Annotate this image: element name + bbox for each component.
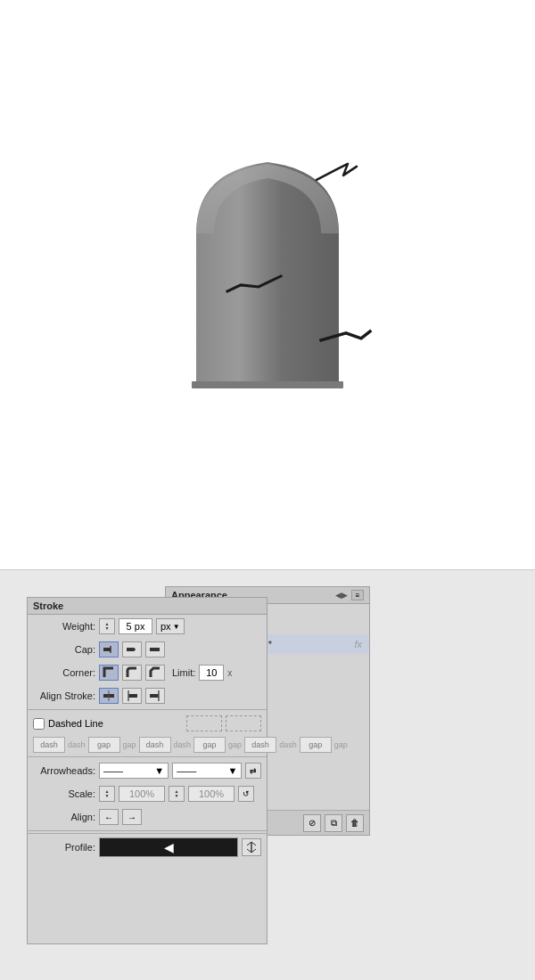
align-center-btn[interactable] [99,688,119,704]
arrowhead-end-value: —— [177,765,196,776]
fx-label[interactable]: fx [354,639,362,649]
no-icon-btn[interactable]: ⊘ [303,814,321,832]
scale2-spinner[interactable]: ▲ ▼ [169,786,185,802]
canvas-area [0,0,535,570]
cap-round-btn[interactable] [122,641,142,657]
limit-input[interactable] [199,665,224,681]
limit-x-icon: x [227,668,232,678]
weight-spinner[interactable]: ▲ ▼ [99,618,115,634]
svg-rect-4 [150,648,160,651]
align-arrows-row: Align: ← → [28,805,267,829]
svg-rect-3 [127,648,134,651]
dashed-label: Dashed Line [48,718,103,729]
svg-rect-1 [103,648,111,651]
stroke-panel: Stroke Weight: ▲ ▼ px ▼ Cap: [27,597,268,944]
profile-row: Profile: ◀ [28,833,267,861]
arrowhead-start-dropdown[interactable]: —— ▼ [99,763,169,779]
arrowhead-end-dropdown[interactable]: —— ▼ [172,763,242,779]
align-stroke-label: Align Stroke: [33,690,95,701]
weight-unit-dropdown[interactable]: px ▼ [156,618,185,634]
align-stroke-row: Align Stroke: [28,684,267,707]
align-right-btn[interactable]: → [122,809,142,825]
stroke-panel-title: Stroke [28,598,267,615]
gap-label-2: gap [228,740,242,749]
profile-flip-btn[interactable] [242,838,261,856]
panel-controls: ◀▶ ≡ [335,590,364,600]
bottom-panel: Appearance ◀▶ ≡ Path 👁 ▼ Stroke: 5 px * … [0,570,535,980]
corner-bevel-btn[interactable] [145,665,165,681]
cap-butt-btn[interactable] [99,641,119,657]
scale-row: Scale: ▲ ▼ ▲ ▼ ↺ [28,782,267,805]
arrowheads-row: Arrowheads: —— ▼ —— ▼ ⇄ [28,759,267,782]
cap-square-btn[interactable] [145,641,165,657]
cap-label: Cap: [33,644,95,655]
gap-label-3: gap [334,740,348,749]
align-arrows-label: Align: [33,812,95,822]
corner-round-btn[interactable] [122,665,142,681]
dash-input-3[interactable] [244,737,276,753]
gap-input-3[interactable] [300,737,332,753]
cap-row: Cap: [28,638,267,661]
arrowhead-start-value: —— [103,765,123,776]
weight-input[interactable] [119,618,152,634]
weight-row: Weight: ▲ ▼ px ▼ [28,615,267,638]
scale-reset-btn[interactable]: ↺ [238,786,254,802]
arrowheads-label: Arrowheads: [33,765,95,776]
corner-miter-btn[interactable] [99,665,119,681]
weight-unit-label: px [160,621,171,632]
svg-rect-9 [150,694,159,698]
dash-input-2[interactable] [139,737,171,753]
gravestone-container [143,117,392,421]
align-left-btn[interactable]: ← [99,809,119,825]
profile-label: Profile: [33,842,95,853]
dash-input-1[interactable] [33,737,65,753]
align-outside-btn[interactable] [145,688,165,704]
profile-triangle-icon: ◀ [164,840,174,854]
dash-label-2: dash [174,740,192,749]
profile-dropdown[interactable]: ◀ [99,837,238,857]
panel-menu-button[interactable]: ≡ [351,590,364,600]
spinner-down[interactable]: ▼ [105,626,110,631]
dash-inputs-row: dash gap dash gap dash gap [28,735,267,755]
resize-icon: ◀▶ [335,591,348,600]
arrowhead-swap-btn[interactable]: ⇄ [245,763,261,779]
scale1-spinner[interactable]: ▲ ▼ [99,786,115,802]
dash-label-3: dash [279,740,297,749]
duplicate-btn[interactable]: ⧉ [325,814,342,832]
scale-input-2[interactable] [188,786,235,802]
limit-label: Limit: [172,667,195,678]
corner-row: Corner: Limit: x [28,661,267,684]
svg-rect-7 [128,694,137,698]
arrowhead-end-arrow: ▼ [228,765,238,776]
gap-input-1[interactable] [88,737,120,753]
dash-label-1: dash [68,740,86,749]
dashed-preset1[interactable] [186,715,222,731]
dashed-preset2[interactable] [226,715,261,731]
dropdown-arrow-icon: ▼ [173,623,180,631]
scale-input-1[interactable] [119,786,165,802]
svg-rect-0 [192,380,343,388]
arrowhead-start-arrow: ▼ [154,765,164,776]
gap-label-1: gap [123,740,136,749]
scale-label: Scale: [33,788,95,799]
dashed-checkbox[interactable] [33,718,45,730]
weight-label: Weight: [33,621,95,632]
dashed-line-row: Dashed Line [28,712,267,735]
gap-input-2[interactable] [193,737,226,753]
delete-btn[interactable]: 🗑 [346,814,364,832]
corner-label: Corner: [33,667,95,678]
align-inside-btn[interactable] [122,688,142,704]
